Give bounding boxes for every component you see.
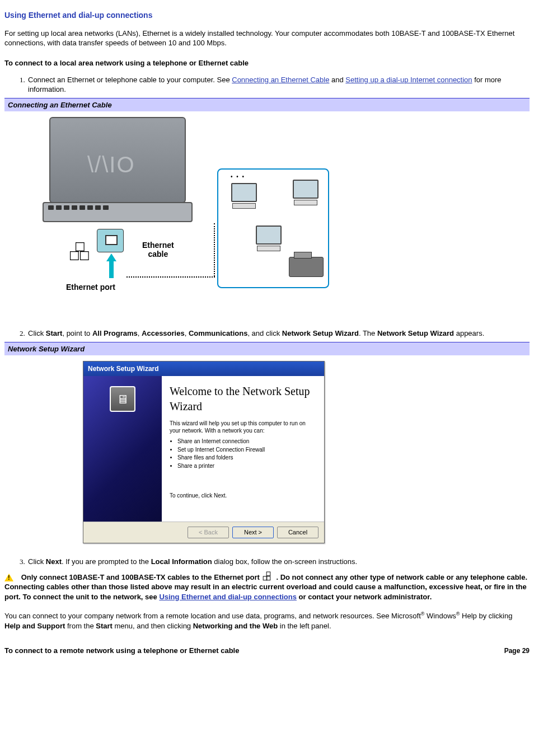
s2-nsw: Network Setup Wizard bbox=[282, 329, 359, 337]
caption2-text: Network Setup Wizard bbox=[8, 345, 85, 353]
wizard-desc: This wizard will help you set up this co… bbox=[170, 420, 316, 434]
wiz-bullet-0: Share an Internet connection bbox=[177, 438, 316, 445]
page-title: Using Ethernet and dial-up connections bbox=[4, 10, 530, 21]
page-number: Page 29 bbox=[504, 646, 530, 655]
warning-icon bbox=[4, 574, 13, 581]
step1-text-mid: and bbox=[329, 76, 345, 84]
step-2: Click Start, point to All Programs, Acce… bbox=[27, 328, 530, 339]
pc-icon-1 bbox=[228, 183, 260, 209]
step-3: Click Next. If you are prompted to the L… bbox=[27, 557, 530, 567]
wizard-next-button[interactable]: Next > bbox=[232, 527, 274, 538]
wizard-heading: Welcome to the Network Setup Wizard bbox=[170, 384, 316, 414]
remote-paragraph: You can connect to your company network … bbox=[4, 611, 530, 631]
wizard-back-button: < Back bbox=[188, 527, 229, 538]
figure-ethernet-diagram: \/\IO Ethernet cable Ethernet port • • • bbox=[38, 117, 329, 313]
r-start: Start bbox=[96, 622, 113, 630]
wizard-continue: To continue, click Next. bbox=[170, 492, 316, 499]
warn-text-c: or contact your network administrator. bbox=[297, 593, 432, 601]
rd: from the bbox=[65, 622, 96, 630]
r-help: Help and Support bbox=[4, 622, 65, 630]
laptop-screen: \/\IO bbox=[49, 117, 186, 203]
network-icon bbox=[69, 240, 89, 257]
pc-icon-2 bbox=[290, 180, 321, 205]
laptop-ports bbox=[48, 205, 109, 210]
pc-icon-3 bbox=[253, 226, 284, 251]
dotted-line-v bbox=[214, 223, 215, 276]
wizard-computer-icon: 🖥 bbox=[110, 386, 135, 412]
link-dialup-connection[interactable]: Setting up a dial-up Internet connection bbox=[345, 76, 472, 84]
s2c: , point to bbox=[62, 329, 92, 337]
caption1-text: Connecting an Ethernet Cable bbox=[8, 101, 112, 109]
ethernet-plug bbox=[97, 229, 124, 252]
wizard-titlebar: Network Setup Wizard bbox=[83, 361, 324, 376]
s2a: Click bbox=[28, 329, 46, 337]
s3-localinfo: Local Information bbox=[151, 557, 212, 566]
arrow-stem bbox=[109, 260, 114, 278]
printer-icon bbox=[289, 257, 324, 277]
s2-communications: Communications bbox=[189, 329, 247, 337]
rc: Help by clicking bbox=[460, 612, 512, 621]
r-netweb: Networking and the Web bbox=[193, 622, 278, 630]
s3a: Click bbox=[28, 557, 46, 566]
rb: Windows bbox=[424, 612, 456, 621]
s2-accessories: Accessories bbox=[142, 329, 185, 337]
s3c: dialog box, follow the on-screen instruc… bbox=[212, 557, 357, 566]
link-connecting-ethernet[interactable]: Connecting an Ethernet Cable bbox=[232, 76, 329, 84]
eth-cable-word2: cable bbox=[148, 250, 168, 259]
wiz-bullet-1: Set up Internet Connection Firewall bbox=[177, 446, 316, 454]
s2-allprograms: All Programs bbox=[92, 329, 138, 337]
subheading-remote: To connect to a remote network using a t… bbox=[4, 646, 530, 656]
s3-next: Next bbox=[46, 557, 62, 566]
warn-text-a: Only connect 10BASE-T and 100BASE-TX cab… bbox=[21, 573, 262, 581]
s2e: , bbox=[185, 329, 189, 337]
network-dots: • • • bbox=[231, 173, 245, 181]
wizard-sidebar: 🖥 bbox=[83, 376, 162, 522]
intro-paragraph: For setting up local area networks (LANs… bbox=[4, 29, 530, 48]
caption-network-wizard: Network Setup Wizard bbox=[4, 342, 530, 356]
ra: You can connect to your company network … bbox=[4, 612, 421, 621]
ethernet-port-icon bbox=[263, 574, 275, 581]
warning-block: Only connect 10BASE-T and 100BASE-TX cab… bbox=[4, 572, 530, 602]
re: menu, and then clicking bbox=[113, 622, 193, 630]
s2g: . The bbox=[359, 329, 377, 337]
vaio-logo: \/\IO bbox=[87, 149, 135, 180]
figure-wizard-dialog: Network Setup Wizard 🖥 Welcome to the Ne… bbox=[83, 361, 325, 543]
wizard-cancel-button[interactable]: Cancel bbox=[277, 527, 318, 538]
rf: in the left panel. bbox=[278, 622, 331, 630]
s2-start: Start bbox=[46, 329, 63, 337]
label-ethernet-port: Ethernet port bbox=[66, 282, 115, 293]
caption-ethernet-cable: Connecting an Ethernet Cable bbox=[4, 98, 530, 112]
step-1: Connect an Ethernet or telephone cable t… bbox=[27, 75, 530, 95]
s3b: . If you are prompted to the bbox=[62, 557, 151, 566]
s2h: appears. bbox=[454, 329, 484, 337]
step1-text-a: Connect an Ethernet or telephone cable t… bbox=[28, 76, 232, 84]
subheading-lan: To connect to a local area network using… bbox=[4, 58, 530, 68]
label-ethernet-cable: Ethernet cable bbox=[142, 241, 174, 259]
wizard-bullets: Share an Internet connection Set up Inte… bbox=[170, 438, 316, 469]
network-box: • • • bbox=[217, 168, 329, 288]
s2-nsw2: Network Setup Wizard bbox=[377, 329, 454, 337]
wiz-bullet-2: Share files and folders bbox=[177, 454, 316, 462]
link-using-ethernet-dialup[interactable]: Using Ethernet and dial-up connections bbox=[159, 593, 297, 601]
wiz-bullet-3: Share a printer bbox=[177, 462, 316, 470]
dotted-line-h bbox=[127, 276, 215, 278]
s2d: , bbox=[138, 329, 142, 337]
eth-cable-word1: Ethernet bbox=[142, 241, 174, 250]
s2f: , and click bbox=[247, 329, 282, 337]
